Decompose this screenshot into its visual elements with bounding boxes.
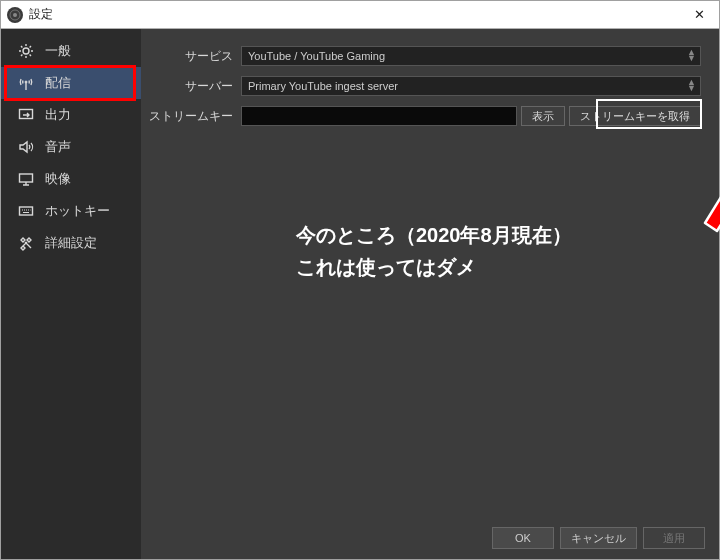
sidebar-item-output[interactable]: 出力 [1, 99, 141, 131]
show-button[interactable]: 表示 [521, 106, 565, 126]
sidebar-item-advanced[interactable]: 詳細設定 [1, 227, 141, 259]
chevron-updown-icon: ▲▼ [687, 49, 696, 61]
annotation-line-1: 今のところ（2020年8月現在） [296, 224, 572, 246]
speaker-icon [17, 138, 35, 156]
gear-icon [17, 42, 35, 60]
stream-key-input[interactable] [241, 106, 517, 126]
server-row: サーバー Primary YouTube ingest server ▲▼ [141, 73, 701, 99]
monitor-icon [17, 170, 35, 188]
server-label: サーバー [141, 78, 241, 95]
window-title: 設定 [29, 6, 679, 23]
stream-key-label: ストリームキー [141, 108, 241, 125]
sidebar-item-label: 出力 [45, 106, 71, 124]
svg-marker-7 [705, 147, 720, 231]
sidebar-item-label: 配信 [45, 74, 71, 92]
svg-point-1 [13, 13, 17, 17]
service-label: サービス [141, 48, 241, 65]
svg-rect-4 [20, 110, 33, 119]
window-body: 一般 配信 出力 音声 [1, 29, 719, 559]
sidebar-item-audio[interactable]: 音声 [1, 131, 141, 163]
keyboard-icon [17, 202, 35, 220]
annotation-text: 今のところ（2020年8月現在） これは使ってはダメ [296, 219, 572, 283]
app-icon [7, 7, 23, 23]
server-value: Primary YouTube ingest server [248, 80, 398, 92]
sidebar-item-general[interactable]: 一般 [1, 35, 141, 67]
sidebar-item-label: 映像 [45, 170, 71, 188]
sidebar-item-label: 音声 [45, 138, 71, 156]
sidebar-item-label: ホットキー [45, 202, 110, 220]
svg-rect-6 [20, 207, 33, 215]
svg-rect-5 [20, 174, 33, 182]
close-button[interactable]: ✕ [679, 1, 719, 29]
tools-icon [17, 234, 35, 252]
dialog-footer: OK キャンセル 適用 [492, 527, 705, 549]
svg-point-3 [25, 81, 27, 83]
cancel-button[interactable]: キャンセル [560, 527, 637, 549]
sidebar-item-label: 詳細設定 [45, 234, 97, 252]
sidebar: 一般 配信 出力 音声 [1, 29, 141, 559]
server-select[interactable]: Primary YouTube ingest server ▲▼ [241, 76, 701, 96]
main-panel: サービス YouTube / YouTube Gaming ▲▼ サーバー Pr… [141, 29, 719, 559]
stream-key-row: ストリームキー 表示 ストリームキーを取得 [141, 103, 701, 129]
sidebar-item-video[interactable]: 映像 [1, 163, 141, 195]
get-stream-key-button[interactable]: ストリームキーを取得 [569, 106, 701, 126]
settings-window: 設定 ✕ 一般 配信 出力 [0, 0, 720, 560]
annotation-line-2: これは使ってはダメ [296, 256, 476, 278]
sidebar-item-hotkeys[interactable]: ホットキー [1, 195, 141, 227]
sidebar-item-label: 一般 [45, 42, 71, 60]
chevron-updown-icon: ▲▼ [687, 79, 696, 91]
service-select[interactable]: YouTube / YouTube Gaming ▲▼ [241, 46, 701, 66]
apply-button: 適用 [643, 527, 705, 549]
svg-point-2 [23, 48, 29, 54]
annotation-arrow [641, 139, 720, 249]
titlebar: 設定 ✕ [1, 1, 719, 29]
ok-button[interactable]: OK [492, 527, 554, 549]
antenna-icon [17, 74, 35, 92]
sidebar-item-stream[interactable]: 配信 [1, 67, 141, 99]
monitor-arrow-icon [17, 106, 35, 124]
service-value: YouTube / YouTube Gaming [248, 50, 385, 62]
service-row: サービス YouTube / YouTube Gaming ▲▼ [141, 43, 701, 69]
